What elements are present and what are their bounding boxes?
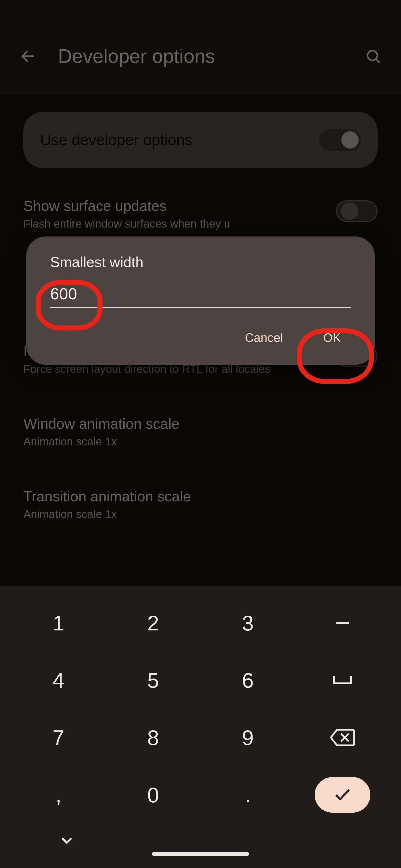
key-1[interactable]: 1 [11, 594, 106, 652]
smallest-width-dialog: Smallest width Cancel OK [26, 237, 375, 365]
key-period[interactable]: . [200, 766, 295, 824]
dash-icon [336, 622, 349, 624]
key-5[interactable]: 5 [106, 652, 200, 709]
key-enter[interactable] [295, 766, 390, 824]
key-2[interactable]: 2 [106, 594, 200, 652]
numeric-keyboard: 1 2 3 4 5 6 7 8 9 , 0 . [0, 586, 401, 868]
key-4[interactable]: 4 [11, 652, 106, 709]
gesture-nav-pill[interactable] [152, 852, 249, 856]
space-icon [333, 676, 352, 684]
check-icon [332, 786, 354, 804]
dialog-input-wrap [50, 283, 351, 308]
key-7[interactable]: 7 [11, 709, 106, 766]
key-space[interactable] [295, 652, 390, 709]
collapse-keyboard-icon[interactable] [57, 831, 77, 851]
key-backspace[interactable] [295, 709, 390, 766]
dialog-title: Smallest width [50, 254, 351, 271]
key-0[interactable]: 0 [106, 766, 200, 824]
key-8[interactable]: 8 [106, 709, 200, 766]
backspace-icon [329, 727, 356, 747]
key-dash[interactable] [295, 594, 390, 652]
smallest-width-input[interactable] [50, 283, 351, 305]
key-6[interactable]: 6 [200, 652, 295, 709]
cancel-button[interactable]: Cancel [235, 324, 293, 351]
key-comma[interactable]: , [11, 766, 106, 824]
key-3[interactable]: 3 [200, 594, 295, 652]
ok-button[interactable]: OK [313, 324, 351, 351]
key-9[interactable]: 9 [200, 709, 295, 766]
